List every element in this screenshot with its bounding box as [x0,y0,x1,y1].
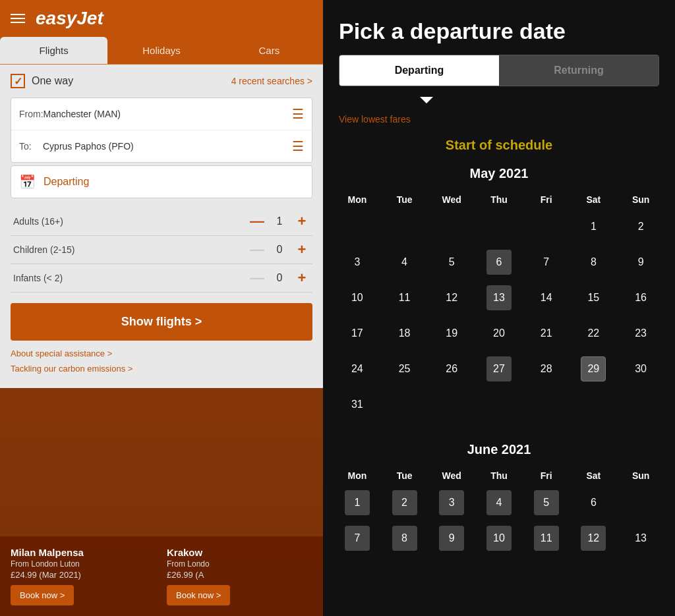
recent-searches-link[interactable]: 4 recent searches > [231,76,312,86]
children-increase-btn[interactable]: + [294,242,310,257]
calendar-day[interactable]: 30 [617,351,664,387]
adults-increase-btn[interactable]: + [294,214,310,229]
calendar-day[interactable]: 13 [617,520,664,556]
calendar-day[interactable]: 23 [617,316,664,351]
calendar-day[interactable]: 9 [428,520,475,556]
calendar-day[interactable]: 29 [570,351,618,387]
view-fares-link[interactable]: View lowest fares [323,114,675,125]
calendar-day[interactable]: 10 [334,280,381,316]
to-row[interactable]: To: Cyprus Paphos (PFO) ☰ [11,130,312,162]
date-type-tabs: Departing Returning [339,55,659,86]
calendar-day[interactable]: 4 [475,485,523,520]
calendar-day[interactable]: 7 [523,244,570,280]
calendar-day[interactable]: 3 [428,485,475,520]
calendar-day[interactable]: 27 [475,351,523,387]
calendar-day[interactable]: 13 [475,280,523,316]
to-list-icon[interactable]: ☰ [292,138,304,154]
calendar-day [428,209,475,244]
schedule-label: Start of schedule [334,138,664,153]
calendar-day[interactable]: 20 [475,316,523,351]
deal-book-btn-0[interactable]: Book now > [11,585,74,605]
calendar-day[interactable]: 11 [381,280,428,316]
calendar-day[interactable]: 11 [523,520,570,556]
calendar-day[interactable]: 6 [475,244,523,280]
one-way-checkbox[interactable]: ✓ [11,74,25,88]
from-row[interactable]: From: Manchester (MAN) ☰ [11,98,312,130]
calendar-day[interactable]: 3 [334,244,381,280]
infants-increase-btn[interactable]: + [294,271,310,285]
calendar-day[interactable]: 16 [617,280,664,316]
carbon-emissions-link[interactable]: Tackling our carbon emissions > [11,364,312,374]
calendar-day [570,387,618,422]
calendar-day[interactable]: 8 [381,520,428,556]
calendar-day[interactable]: 2 [617,209,664,244]
calendar-icon: 📅 [19,174,36,190]
show-flights-button[interactable]: Show flights > [11,303,312,341]
calendar-day[interactable]: 14 [523,280,570,316]
calendar-day[interactable]: 5 [523,485,570,520]
calendar-day[interactable]: 2 [381,485,428,520]
departing-button[interactable]: 📅 Departing [11,165,312,198]
booking-form: ✓ One way 4 recent searches > From: Manc… [0,65,323,388]
deal-title-0: Milan Malpensa [11,547,156,558]
calendar-day[interactable]: 8 [570,244,618,280]
calendar-day[interactable]: 24 [334,351,381,387]
adults-counter-row: Adults (16+) — 1 + [11,208,312,236]
adults-value: 1 [274,215,285,227]
from-label: From: [19,109,44,119]
calendar-day [428,387,475,422]
calendar-day[interactable]: 1 [570,209,618,244]
calendar-day[interactable]: 31 [334,387,381,422]
calendar-day[interactable]: 5 [428,244,475,280]
calendar-day[interactable]: 15 [570,280,618,316]
pick-date-title: Pick a departure date [339,18,659,44]
calendar-day[interactable]: 21 [523,316,570,351]
calendar-day[interactable]: 19 [428,316,475,351]
tab-holidays[interactable]: Holidays [107,37,215,64]
calendar-day[interactable]: 10 [475,520,523,556]
calendar-day[interactable]: 1 [334,485,381,520]
calendar-june: MonTueWedThuFriSatSun 12345678910111213 [334,466,664,556]
tab-departing[interactable]: Departing [339,55,499,86]
deal-card-1: Krakow From Londo £26.99 (A Book now > [167,547,312,605]
calendar-day[interactable]: 25 [381,351,428,387]
calendar-day[interactable]: 26 [428,351,475,387]
deal-book-btn-1[interactable]: Book now > [167,585,230,605]
special-assistance-link[interactable]: About special assistance > [11,349,312,358]
calendar-day [523,387,570,422]
month-title-may: May 2021 [334,166,664,181]
calendar-day [475,209,523,244]
children-decrease-btn[interactable]: — [249,242,265,257]
children-value: 0 [274,244,285,256]
calendar-day[interactable]: 9 [617,244,664,280]
calendar-day[interactable]: 12 [428,280,475,316]
departing-label: Departing [44,176,89,188]
infants-decrease-btn[interactable]: — [249,271,265,285]
calendar-day [617,485,664,520]
calendar-day[interactable]: 28 [523,351,570,387]
calendar-day[interactable]: 7 [334,520,381,556]
calendar-day[interactable]: 22 [570,316,618,351]
left-panel: easyJet Flights Holidays Cars ✓ One way … [0,0,323,616]
hamburger-menu[interactable] [11,14,25,23]
calendar-day[interactable]: 12 [570,520,618,556]
tab-arrow [420,97,433,103]
infants-value: 0 [274,272,285,284]
infants-label: Infants (< 2) [13,273,63,283]
calendar-day[interactable]: 4 [381,244,428,280]
tab-flights[interactable]: Flights [0,37,107,64]
date-picker-header: Pick a departure date Departing Returnin… [323,0,675,114]
to-value: Cyprus Paphos (PFO) [43,141,292,152]
calendar-day[interactable]: 17 [334,316,381,351]
to-label: To: [19,141,43,152]
calendar-day[interactable]: 18 [381,316,428,351]
calendar-day [381,209,428,244]
adults-label: Adults (16+) [13,216,63,227]
tab-returning[interactable]: Returning [499,55,659,86]
calendar-container: Start of schedule May 2021 MonTueWedThuF… [323,138,675,556]
deal-price-1: £26.99 (A [167,570,312,580]
from-list-icon[interactable]: ☰ [292,106,304,122]
adults-decrease-btn[interactable]: — [249,214,265,229]
tab-cars[interactable]: Cars [216,37,323,64]
calendar-day[interactable]: 6 [570,485,618,520]
